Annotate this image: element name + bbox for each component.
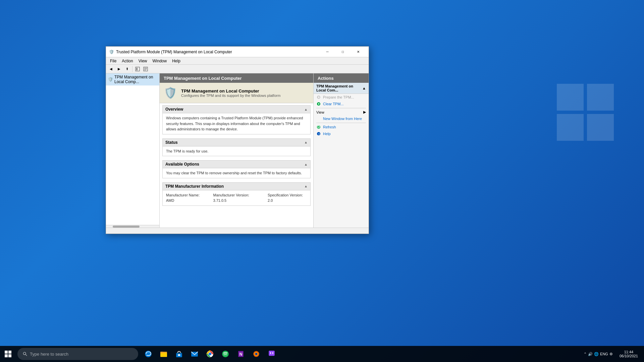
window-controls: ─ □ ✕ (320, 47, 366, 57)
content-icon-subtitle: Configures the TPM and its support by th… (181, 94, 280, 98)
spec-version-group: Specification Version: 2.0 (268, 192, 307, 203)
tray-network-icon[interactable]: 🌐 (594, 352, 599, 356)
taskbar-icon-onenote[interactable]: N (233, 347, 248, 361)
desktop-decoration (550, 67, 617, 168)
toolbar-properties[interactable] (142, 65, 149, 73)
minimize-button[interactable]: ─ (320, 47, 335, 57)
status-bar (106, 228, 369, 234)
svg-rect-25 (176, 353, 182, 354)
start-button[interactable] (0, 346, 16, 362)
section-options-header: Available Options ▲ (163, 161, 310, 168)
manufacturer-name-value: AMD (166, 198, 174, 202)
toolbar-back[interactable]: ◀ (107, 65, 115, 73)
taskbar-icon-store[interactable] (172, 347, 186, 361)
system-tray-icons: ⌃ 🔊 🌐 ENG ⚙ (581, 352, 615, 356)
tree-item-tpm[interactable]: 🛡️ TPM Management on Local Comp... (106, 73, 159, 85)
action-prepare[interactable]: Prepare the TPM... (314, 94, 369, 101)
svg-rect-1 (587, 84, 614, 111)
actions-section-expand-icon: ▲ (362, 86, 366, 90)
toolbar-up[interactable]: ⬆ (123, 65, 131, 73)
clock-time: 11:44 (624, 350, 634, 354)
clock-date: 06/10/2021 (620, 354, 638, 358)
svg-text:?: ? (318, 133, 320, 136)
taskbar-icon-edge[interactable] (141, 347, 156, 361)
section-options: Available Options ▲ You may clear the TP… (162, 160, 311, 178)
taskbar-icon-chrome[interactable] (203, 347, 217, 361)
horizontal-scrollbar[interactable] (106, 225, 159, 228)
taskbar-icon-explorer[interactable] (156, 347, 171, 361)
menu-help[interactable]: Help (169, 58, 183, 64)
prepare-icon (316, 95, 321, 100)
action-help-label: Help (323, 132, 331, 136)
search-input[interactable] (30, 352, 133, 357)
show-desktop-button[interactable] (642, 346, 644, 362)
tray-up-arrow[interactable]: ⌃ (584, 352, 587, 356)
toolbar-forward[interactable]: ▶ (115, 65, 123, 73)
menu-bar: File Action View Window Help (106, 57, 369, 65)
scroll-thumb (113, 226, 140, 228)
svg-line-19 (25, 355, 27, 356)
manufacturer-version-group: Manufacturer Version: 3.71.0.5 (213, 192, 261, 203)
actions-header: Actions (314, 73, 369, 83)
maximize-button[interactable]: □ (335, 47, 351, 57)
action-refresh[interactable]: Refresh (314, 124, 369, 130)
svg-rect-0 (557, 84, 584, 111)
svg-point-30 (209, 353, 211, 355)
action-separator-1 (316, 108, 366, 108)
svg-rect-23 (160, 352, 163, 353)
svg-rect-3 (587, 114, 614, 141)
content-header: TPM Management on Local Computer (160, 73, 313, 83)
taskbar: N ⌃ (0, 346, 644, 362)
tray-language[interactable]: ENG (600, 352, 608, 356)
system-clock[interactable]: 11:44 06/10/2021 (615, 350, 642, 358)
content-header-title: TPM Management on Local Computer (164, 76, 242, 81)
actions-section-title: TPM Management on Local Com... ▲ (314, 83, 369, 94)
section-manufacturer: TPM Manufacturer Information ▲ Manufactu… (162, 182, 311, 206)
toolbar-show-hide[interactable] (134, 65, 141, 73)
action-clear[interactable]: Clear TPM... (314, 101, 369, 107)
svg-point-31 (222, 351, 229, 357)
right-pane: Actions TPM Management on Local Com... ▲… (313, 73, 369, 228)
action-new-window-label: New Window from Here (323, 117, 362, 121)
content-icon-area: 🛡️ TPM Management on Local Computer Conf… (160, 83, 313, 103)
menu-action[interactable]: Action (119, 58, 136, 64)
window-title: Trusted Platform Module (TPM) Management… (116, 50, 320, 54)
section-status-collapse[interactable]: ▲ (304, 140, 308, 144)
svg-point-18 (23, 352, 25, 355)
svg-point-36 (255, 353, 258, 355)
svg-rect-5 (136, 68, 138, 70)
actions-title: Actions (318, 76, 334, 81)
manufacturer-name-group: Manufacturer Name: AMD (166, 192, 206, 203)
toolbar-separator-1 (132, 66, 132, 72)
tray-sound-icon[interactable]: 🔊 (588, 352, 593, 356)
tray-settings-icon[interactable]: ⚙ (609, 352, 613, 356)
mmc-window: 🛡️ Trusted Platform Module (TPM) Managem… (106, 46, 369, 234)
action-view[interactable]: View ▶ (314, 109, 369, 115)
section-overview-header: Overview ▲ (163, 106, 310, 113)
menu-file[interactable]: File (107, 58, 119, 64)
close-button[interactable]: ✕ (351, 47, 366, 57)
section-options-content: You may clear the TPM to remove ownershi… (163, 168, 310, 178)
overview-text: Windows computers containing a Trusted P… (166, 115, 307, 132)
section-overview: Overview ▲ Windows computers containing … (162, 105, 311, 134)
taskbar-icon-spotify[interactable] (218, 347, 233, 361)
taskbar-icons: N (141, 347, 279, 361)
content-icon-text: TPM Management on Local Computer Configu… (181, 88, 280, 98)
window-body: 🛡️ TPM Management on Local Comp... TPM M… (106, 73, 369, 228)
action-help[interactable]: ? Help (314, 130, 369, 137)
taskbar-search[interactable] (17, 348, 138, 360)
svg-rect-38 (270, 352, 271, 354)
taskbar-icon-firefox[interactable] (249, 347, 264, 361)
window-icon: 🛡️ (109, 49, 114, 55)
start-icon (5, 351, 11, 357)
menu-window[interactable]: Window (150, 58, 170, 64)
section-options-collapse[interactable]: ▲ (304, 163, 308, 166)
section-manufacturer-collapse[interactable]: ▲ (304, 184, 308, 188)
section-status-header: Status ▲ (163, 139, 310, 146)
taskbar-icon-mail[interactable] (187, 347, 202, 361)
action-new-window[interactable]: New Window from Here (314, 115, 369, 122)
menu-view[interactable]: View (136, 58, 150, 64)
section-overview-collapse[interactable]: ▲ (304, 108, 308, 111)
taskbar-icon-twitch[interactable] (264, 347, 279, 361)
svg-rect-22 (160, 353, 167, 357)
